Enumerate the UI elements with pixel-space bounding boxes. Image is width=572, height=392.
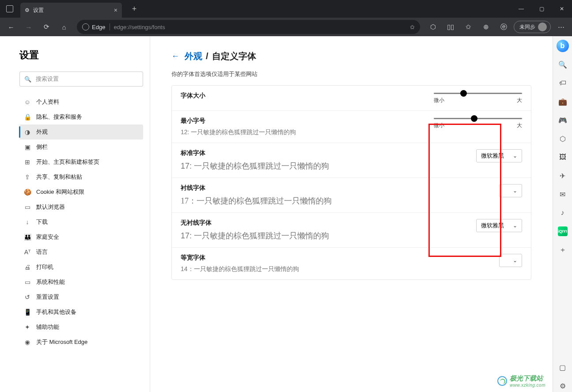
nav-default-browser[interactable]: ▭默认浏览器 xyxy=(19,200,143,215)
favorites-icon[interactable]: ✩ xyxy=(461,19,476,34)
office-icon[interactable]: ⬡ xyxy=(557,132,569,145)
share-icon: ⇪ xyxy=(24,173,31,181)
accessibility-icon: ✦ xyxy=(24,324,31,331)
search-placeholder: 搜索设置 xyxy=(36,75,59,83)
browser-toolbar: ← → ⟳ ⌂ Edge edge://settings/fonts ✩ ⬡ ▯… xyxy=(0,18,572,36)
row-title: 无衬线字体 xyxy=(181,219,429,227)
maximize-button[interactable]: ▢ xyxy=(531,0,552,18)
bing-chat-icon[interactable]: b xyxy=(557,40,569,52)
home-button[interactable]: ⌂ xyxy=(57,19,72,34)
settings-sidebar: 设置 🔍 搜索设置 ☺个人资料 🔒隐私、搜索和服务 ◑外观 ▣侧栏 ⊞开始、主页… xyxy=(0,36,150,392)
nav-profile[interactable]: ☺个人资料 xyxy=(19,94,143,109)
extensions-icon[interactable]: ⬡ xyxy=(425,19,440,34)
nav-language[interactable]: Aᵀ语言 xyxy=(19,245,143,260)
drop-icon[interactable]: ✉ xyxy=(557,188,569,200)
add-rail-item-button[interactable]: ＋ xyxy=(557,244,569,256)
shopping-icon[interactable]: 🏷 xyxy=(557,77,569,89)
nav-start[interactable]: ⊞开始、主页和新建标签页 xyxy=(19,155,143,170)
nav-appearance[interactable]: ◑外观 xyxy=(19,124,143,139)
chevron-down-icon: ⌄ xyxy=(513,188,517,194)
nav-sidebar[interactable]: ▣侧栏 xyxy=(19,139,143,155)
nav-cookies[interactable]: 🍪Cookie 和网站权限 xyxy=(19,185,143,200)
language-icon: Aᵀ xyxy=(24,249,31,256)
reset-icon: ↺ xyxy=(24,294,31,301)
send-icon[interactable]: ✈ xyxy=(557,170,569,182)
sans-font-select[interactable]: 微软雅黑 ⌄ xyxy=(476,219,522,232)
tools-icon[interactable]: 💼 xyxy=(557,95,569,108)
settings-search-input[interactable]: 🔍 搜索设置 xyxy=(19,72,143,87)
iqiyi-icon[interactable]: iQIYI xyxy=(557,225,569,237)
close-tab-button[interactable]: × xyxy=(114,7,117,14)
fonts-card: 字体大小 微小大 最小字号 12: 一只敏捷的棕色狐狸跳过一只懒惰的狗 微 xyxy=(171,85,531,280)
phone-icon: 📱 xyxy=(24,309,31,316)
row-title: 标准字体 xyxy=(181,149,429,157)
edge-icon xyxy=(82,23,89,30)
address-bar[interactable]: Edge edge://settings/fonts ✩ xyxy=(77,20,420,34)
nav-share[interactable]: ⇪共享、复制和粘贴 xyxy=(19,170,143,185)
sample-text: 17: 一只敏捷的棕色狐狸跳过一只懒惰的狗 xyxy=(181,230,429,241)
serif-font-select[interactable]: ⌄ xyxy=(499,184,522,197)
system-icon: ▭ xyxy=(24,279,31,286)
settings-title: 设置 xyxy=(19,49,141,62)
read-mode-icon[interactable]: ▯▯ xyxy=(443,19,458,34)
profile-sync-button[interactable]: 未同步 xyxy=(514,21,551,33)
refresh-button[interactable]: ⟳ xyxy=(39,19,54,34)
image-create-icon[interactable]: 🖼 xyxy=(557,151,569,163)
sample-text: 14：一只敏捷的棕色狐狸跳过一只懒惰的狗 xyxy=(181,265,429,273)
nav-system[interactable]: ▭系统和性能 xyxy=(19,275,143,290)
nav-family[interactable]: 👪家庭安全 xyxy=(19,230,143,245)
more-menu-button[interactable]: ⋯ xyxy=(553,19,568,34)
search-icon: 🔍 xyxy=(24,76,31,83)
row-title: 字体大小 xyxy=(181,92,429,100)
lock-icon: 🔒 xyxy=(24,113,31,121)
browser-icon: ▭ xyxy=(24,204,31,211)
rail-panel-icon[interactable]: ▢ xyxy=(557,361,569,373)
nav-accessibility[interactable]: ✦辅助功能 xyxy=(19,320,143,335)
row-mono-font: 等宽字体 14：一只敏捷的棕色狐狸跳过一只懒惰的狗 ⌄ xyxy=(172,248,531,279)
url-text: edge://settings/fonts xyxy=(114,24,165,30)
nav-about[interactable]: ◉关于 Microsoft Edge xyxy=(19,335,143,350)
family-icon: 👪 xyxy=(24,234,31,241)
tab-icon: ⊞ xyxy=(24,158,31,166)
download-icon: ↓ xyxy=(24,219,31,226)
printer-icon: 🖨 xyxy=(24,264,31,271)
min-size-slider[interactable]: 微小大 xyxy=(434,118,522,129)
tab-actions-icon[interactable] xyxy=(6,5,13,12)
search-rail-icon[interactable]: 🔍 xyxy=(557,58,569,71)
row-title: 衬线字体 xyxy=(181,184,429,192)
games-icon[interactable]: 🎮 xyxy=(557,114,569,126)
cookie-icon: 🍪 xyxy=(24,188,31,196)
row-title: 最小字号 xyxy=(181,117,429,125)
collections-icon[interactable]: ⊕ xyxy=(478,19,493,34)
minimize-button[interactable]: — xyxy=(511,0,531,18)
watermark: 极光下载站 www.xzking.com xyxy=(497,374,545,388)
row-serif-font: 衬线字体 17：一只敏捷的棕色狐狸跳过一只懒惰的狗 ⌄ xyxy=(172,178,531,213)
nav-phone[interactable]: 📱手机和其他设备 xyxy=(19,305,143,320)
browser-tab-settings[interactable]: ⚙ 设置 × xyxy=(20,3,122,18)
font-size-slider[interactable]: 微小大 xyxy=(434,93,522,104)
sidebar-icon: ▣ xyxy=(24,143,31,151)
sample-text: 17：一只敏捷的棕色狐狸跳过一只懒惰的狗 xyxy=(181,196,429,206)
breadcrumb: ← 外观 / 自定义字体 xyxy=(171,50,531,62)
new-tab-button[interactable]: + xyxy=(128,4,140,14)
nav-printers[interactable]: 🖨打印机 xyxy=(19,260,143,275)
sample-text: 12: 一只敏捷的棕色狐狸跳过一只懒惰的狗 xyxy=(181,128,429,136)
breadcrumb-back-button[interactable]: ← xyxy=(171,52,179,61)
nav-privacy[interactable]: 🔒隐私、搜索和服务 xyxy=(19,109,143,124)
back-button[interactable]: ← xyxy=(4,19,19,34)
mono-font-select[interactable]: ⌄ xyxy=(499,254,522,267)
favorite-star-icon[interactable]: ✩ xyxy=(410,24,415,30)
sample-text: 17: 一只敏捷的棕色狐狸跳过一只懒惰的狗 xyxy=(181,161,429,171)
tiktok-icon[interactable]: ♪ xyxy=(557,207,569,219)
rail-settings-icon[interactable]: ⚙ xyxy=(557,380,569,392)
standard-font-select[interactable]: 微软雅黑 ⌄ xyxy=(476,149,522,162)
close-window-button[interactable]: ✕ xyxy=(552,0,572,18)
site-identity[interactable]: Edge xyxy=(82,23,110,30)
nav-downloads[interactable]: ↓下载 xyxy=(19,215,143,230)
row-title: 等宽字体 xyxy=(181,254,429,262)
breadcrumb-parent[interactable]: 外观 xyxy=(185,50,202,62)
appearance-icon: ◑ xyxy=(24,128,31,136)
gear-icon: ⚙ xyxy=(25,7,30,13)
ie-mode-icon[interactable]: ⓔ xyxy=(496,19,511,34)
nav-reset[interactable]: ↺重置设置 xyxy=(19,290,143,305)
